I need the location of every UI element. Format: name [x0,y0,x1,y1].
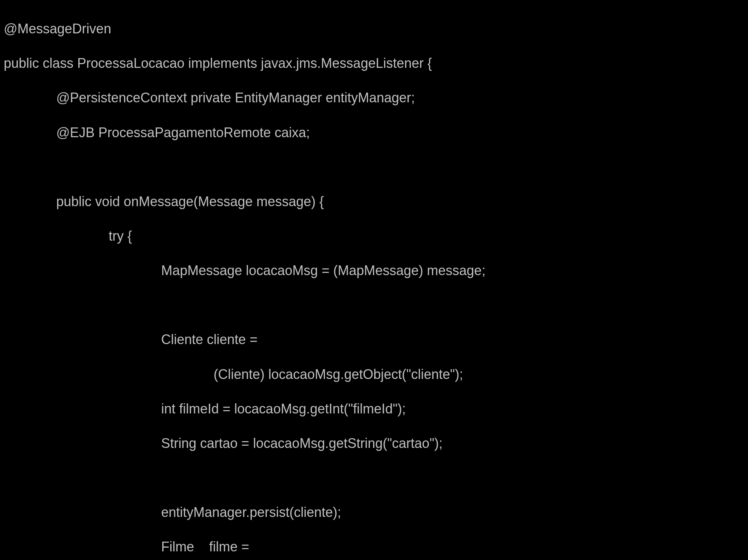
stmt-filmeid: int filmeId = locacaoMsg.getInt("filmeId… [4,400,406,418]
class-name: ProcessaLocacao [77,55,184,71]
method-onmessage-signature: public void onMessage(Message message) { [4,193,324,210]
code-block: @MessageDriven public class ProcessaLoca… [0,0,748,560]
code-line: Cliente cliente = [4,331,744,348]
stmt-mapmessage: MapMessage locacaoMsg = (MapMessage) mes… [4,262,485,279]
stmt-persist-cliente: entityManager.persist(cliente); [4,504,341,521]
stmt-filme-type: Filme [4,538,209,556]
stmt-cliente-assign: (Cliente) locacaoMsg.getObject("cliente"… [4,366,463,383]
blank-line [4,159,744,176]
code-line: @PersistenceContext private EntityManage… [4,89,744,106]
implements-clause: implements javax.jms.MessageListener { [184,55,432,71]
blank-line [4,469,744,487]
code-line: @MessageDriven [4,20,744,37]
field-entitymanager: @PersistenceContext private EntityManage… [4,89,415,106]
blank-line [4,296,744,314]
code-line: String cartao = locacaoMsg.getString("ca… [4,435,744,452]
stmt-filme-name: filme = [209,539,249,554]
code-line: @EJB ProcessaPagamentoRemote caixa; [4,124,744,141]
stmt-cliente-decl: Cliente cliente = [4,331,257,348]
code-line: entityManager.persist(cliente); [4,504,744,521]
annotation-messagedriven: @MessageDriven [4,21,111,36]
code-line: int filmeId = locacaoMsg.getInt("filmeId… [4,400,744,418]
field-caixa: @EJB ProcessaPagamentoRemote caixa; [4,124,310,141]
code-line: public class ProcessaLocacao implements … [4,55,744,72]
code-line: try { [4,228,744,245]
code-line: (Cliente) locacaoMsg.getObject("cliente"… [4,366,744,383]
code-line: MapMessage locacaoMsg = (MapMessage) mes… [4,262,744,279]
stmt-cartao: String cartao = locacaoMsg.getString("ca… [4,435,443,452]
keyword-public-class: public class [4,55,77,71]
code-line: Filmefilme = [4,538,744,556]
try-open: try { [4,228,132,245]
code-line: public void onMessage(Message message) { [4,193,744,210]
